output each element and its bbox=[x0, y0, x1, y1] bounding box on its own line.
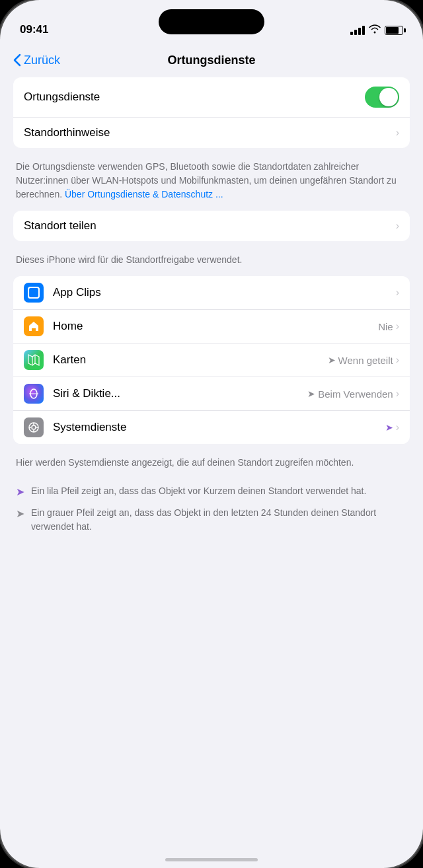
app-row-siri[interactable]: Siri & Diktie... ➤ Beim Verwenden › bbox=[13, 377, 410, 411]
standort-teilen-right: › bbox=[396, 220, 399, 232]
appclips-chevron: › bbox=[396, 287, 399, 299]
content-area: Ortungsdienste Standorthinweise › Die Or… bbox=[0, 77, 423, 842]
standorthinweise-row[interactable]: Standorthinweise › bbox=[13, 118, 410, 148]
standort-teilen-card: Standort teilen › bbox=[13, 211, 410, 241]
battery-icon bbox=[385, 26, 403, 35]
karten-status-text: Wenn geteilt bbox=[338, 355, 393, 366]
legend-item-purple: ➤ Ein lila Pfeil zeigt an, dass das Obje… bbox=[16, 484, 407, 498]
siri-chevron: › bbox=[396, 388, 399, 400]
app-name-appclips: App Clips bbox=[53, 286, 396, 299]
karten-location-arrow: ➤ bbox=[328, 355, 336, 365]
app-row-home[interactable]: Home Nie › bbox=[13, 310, 410, 344]
home-status-text: Nie bbox=[378, 321, 393, 332]
signal-bars-icon bbox=[350, 26, 365, 35]
app-name-home: Home bbox=[53, 320, 378, 333]
standorthinweise-right: › bbox=[396, 127, 399, 139]
siri-location-arrow: ➤ bbox=[307, 388, 315, 399]
app-status-karten: ➤ Wenn geteilt › bbox=[328, 354, 399, 366]
system-location-arrow: ➤ bbox=[385, 422, 393, 433]
standorthinweise-chevron: › bbox=[396, 127, 399, 139]
legend-arrow-purple: ➤ bbox=[16, 486, 24, 498]
location-toggle-label: Ortungsdienste bbox=[24, 90, 100, 104]
privacy-link[interactable]: Über Ortungs­dienste & Datenschutz ... bbox=[65, 189, 223, 199]
location-description: Die Ortungsdienste verwenden GPS, Blueto… bbox=[13, 155, 410, 211]
location-toggle-switch[interactable] bbox=[365, 87, 399, 108]
svg-rect-0 bbox=[28, 287, 39, 298]
legend-text-purple: Ein lila Pfeil zeigt an, dass das Objekt… bbox=[31, 484, 366, 498]
standort-teilen-label: Standort teilen bbox=[24, 219, 96, 233]
standort-teilen-description: Dieses iPhone wird für die Standortfreig… bbox=[13, 248, 410, 276]
location-services-card: Ortungsdienste Standorthinweise › bbox=[13, 77, 410, 148]
dynamic-island bbox=[159, 9, 264, 34]
app-icon-karten bbox=[24, 350, 44, 370]
app-name-karten: Karten bbox=[53, 353, 328, 367]
standort-teilen-row[interactable]: Standort teilen › bbox=[13, 211, 410, 241]
karten-chevron: › bbox=[396, 354, 399, 366]
nav-bar: Zurück Ortungsdienste bbox=[0, 43, 423, 77]
phone-frame: 09:41 Zurück Ortungsdienst bbox=[0, 0, 423, 868]
svg-point-5 bbox=[32, 425, 36, 429]
system-chevron: › bbox=[396, 421, 399, 433]
app-status-home: Nie › bbox=[378, 320, 399, 332]
siri-status-text: Beim Verwenden bbox=[318, 388, 393, 400]
home-chevron: › bbox=[396, 320, 399, 332]
app-icon-siri bbox=[24, 384, 44, 404]
back-button[interactable]: Zurück bbox=[13, 54, 60, 67]
system-description: Hier werden Systemdienste angezeigt, die… bbox=[13, 451, 410, 479]
app-row-karten[interactable]: Karten ➤ Wenn geteilt › bbox=[13, 344, 410, 377]
page-title: Ortungsdienste bbox=[167, 54, 255, 67]
standort-teilen-chevron: › bbox=[396, 220, 399, 232]
back-label: Zurück bbox=[24, 54, 60, 67]
app-status-system: ➤ › bbox=[385, 421, 399, 433]
app-icon-system bbox=[24, 417, 44, 437]
app-name-siri: Siri & Diktie... bbox=[53, 387, 307, 400]
location-toggle-row[interactable]: Ortungsdienste bbox=[13, 77, 410, 118]
standorthinweise-label: Standorthinweise bbox=[24, 126, 110, 139]
home-indicator bbox=[165, 858, 258, 861]
app-row-system[interactable]: Systemdienste ➤ › bbox=[13, 411, 410, 444]
app-status-siri: ➤ Beim Verwenden › bbox=[307, 388, 399, 400]
wifi-icon bbox=[369, 24, 381, 36]
apps-list-card: App Clips › Home Nie › bbox=[13, 276, 410, 444]
app-name-system: Systemdienste bbox=[53, 421, 385, 434]
legend-section: ➤ Ein lila Pfeil zeigt an, dass das Obje… bbox=[13, 484, 410, 534]
app-row-appclips[interactable]: App Clips › bbox=[13, 276, 410, 310]
app-icon-home bbox=[24, 316, 44, 336]
toggle-knob bbox=[379, 88, 398, 106]
status-icons bbox=[350, 24, 403, 38]
app-status-appclips: › bbox=[396, 287, 399, 299]
legend-text-gray: Ein grauer Pfeil zeigt an, dass das Obje… bbox=[31, 506, 407, 534]
legend-item-gray: ➤ Ein grauer Pfeil zeigt an, dass das Ob… bbox=[16, 506, 407, 534]
legend-arrow-gray: ➤ bbox=[16, 507, 24, 520]
svg-marker-1 bbox=[28, 355, 39, 365]
status-time: 09:41 bbox=[20, 23, 48, 38]
app-icon-appclips bbox=[24, 283, 44, 303]
